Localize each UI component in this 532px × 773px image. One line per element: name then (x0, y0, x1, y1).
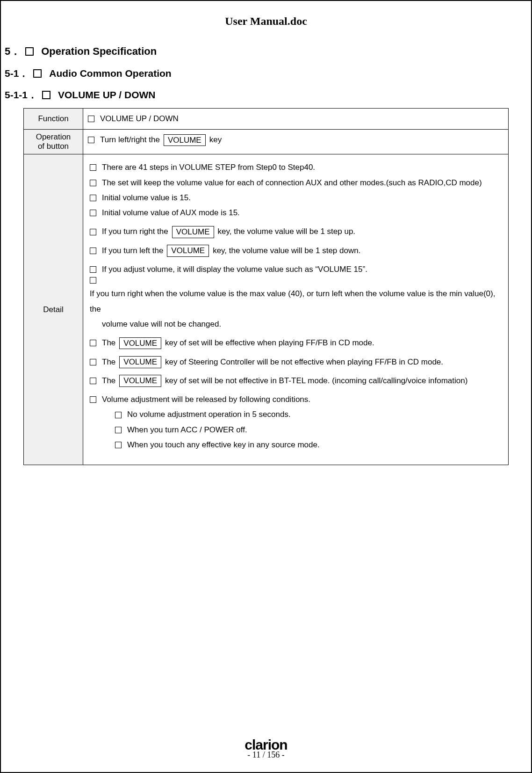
checkbox-icon (25, 47, 34, 56)
table-row: Detail There are 41 steps in VOLUME STEP… (24, 154, 509, 465)
checkbox-icon (90, 229, 96, 235)
cell-operation-label: Operation of button (24, 130, 83, 154)
checkbox-icon (115, 412, 122, 418)
detail-text: If you turn right when the volume value … (90, 286, 502, 317)
clarion-logo: clarion (23, 738, 509, 751)
detail-text: The (102, 355, 115, 370)
detail-text: The (102, 335, 115, 350)
detail-text: key, the volume value will be 1 step dow… (213, 243, 360, 258)
checkbox-icon (90, 396, 96, 403)
detail-text: If you turn right the (102, 224, 168, 239)
heading-5: 5． Operation Specification (5, 44, 509, 58)
detail-text: Initial volume value is 15. (102, 190, 191, 205)
checkbox-icon (115, 427, 122, 433)
checkbox-icon (115, 442, 122, 448)
volume-key: VOLUME (167, 245, 209, 257)
volume-key: VOLUME (119, 337, 161, 350)
checkbox-icon (90, 340, 96, 346)
checkbox-icon (90, 195, 96, 201)
detail-text: No volume adjustment operation in 5 seco… (127, 407, 291, 422)
page-footer: clarion - 11 / 156 - (23, 738, 509, 763)
checkbox-icon (90, 378, 96, 384)
checkbox-icon (90, 248, 96, 254)
detail-text: If you turn left the (102, 243, 163, 258)
cell-detail-label: Detail (24, 154, 83, 465)
heading-5-1-text: Audio Common Operation (49, 68, 171, 79)
volume-key: VOLUME (119, 375, 161, 387)
detail-text: Volume adjustment will be released by fo… (102, 392, 310, 407)
detail-text: key of set will be effective when playin… (165, 335, 374, 350)
checkbox-icon (90, 266, 96, 273)
function-text: VOLUME UP / DOWN (100, 111, 179, 126)
table-row: Function VOLUME UP / DOWN (24, 109, 509, 130)
heading-5-1: 5-1． Audio Common Operation (5, 67, 509, 80)
operation-label-line1: Operation (29, 132, 78, 142)
detail-text: When you turn ACC / POWER off. (127, 423, 247, 438)
cell-detail-value: There are 41 steps in VOLUME STEP from S… (83, 154, 509, 465)
cell-function-label: Function (24, 109, 83, 130)
operation-label-line2: of button (29, 142, 78, 151)
heading-5-1-number: 5-1． (5, 67, 29, 80)
detail-text: If you adjust volume, it will display th… (102, 262, 367, 277)
detail-text: volume value will not be changed. (102, 317, 221, 332)
detail-text: There are 41 steps in VOLUME STEP from S… (102, 160, 315, 175)
checkbox-icon (90, 210, 96, 216)
heading-5-number: 5． (5, 44, 21, 58)
spec-table: Function VOLUME UP / DOWN Operation of b… (23, 108, 509, 465)
op-post: key (209, 132, 222, 147)
cell-operation-value: Turn left/right the VOLUME key (83, 130, 509, 154)
volume-key: VOLUME (172, 226, 214, 238)
detail-text: key of Steering Controller will be not e… (165, 355, 443, 370)
checkbox-icon (90, 180, 96, 186)
checkbox-icon (90, 164, 96, 171)
detail-text: key, the volume value will be 1 step up. (218, 224, 356, 239)
page: User Manual.doc 5． Operation Specificati… (0, 0, 532, 773)
detail-text: Initial volume value of AUX mode is 15. (102, 205, 240, 220)
checkbox-icon (90, 277, 96, 284)
table-row: Operation of button Turn left/right the … (24, 130, 509, 154)
checkbox-icon (33, 69, 42, 78)
heading-5-text: Operation Specification (41, 45, 157, 58)
heading-5-1-1-number: 5-1-1． (5, 88, 37, 102)
detail-text: key of set will be not effective in BT-T… (165, 373, 467, 388)
checkbox-icon (90, 359, 96, 365)
detail-text: The set will keep the volume value for e… (102, 175, 482, 190)
volume-key: VOLUME (164, 134, 206, 146)
detail-text: The (102, 373, 115, 388)
detail-text: When you touch any effective key in any … (127, 438, 320, 452)
volume-key: VOLUME (119, 356, 161, 368)
op-pre: Turn left/right the (100, 132, 160, 147)
checkbox-icon (88, 116, 94, 122)
page-number: - 11 / 156 - (23, 750, 509, 760)
heading-5-1-1: 5-1-1． VOLUME UP / DOWN (5, 88, 509, 102)
checkbox-icon (42, 91, 50, 99)
heading-5-1-1-text: VOLUME UP / DOWN (58, 89, 155, 101)
doc-title: User Manual.doc (23, 15, 509, 28)
cell-function-value: VOLUME UP / DOWN (83, 109, 509, 130)
checkbox-icon (88, 137, 94, 143)
